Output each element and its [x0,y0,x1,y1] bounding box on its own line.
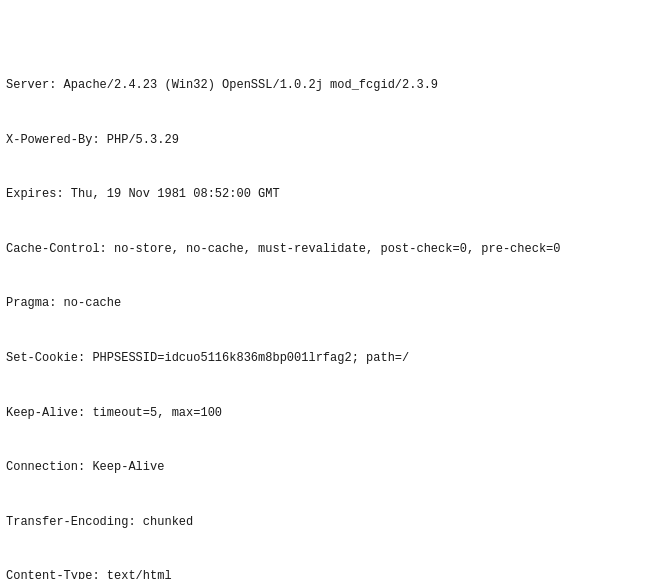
log-line: Set-Cookie: PHPSESSID=idcuo5116k836m8bp0… [6,349,658,368]
log-container: Server: Apache/2.4.23 (Win32) OpenSSL/1.… [0,0,664,579]
log-line: Cache-Control: no-store, no-cache, must-… [6,240,658,259]
log-line: Keep-Alive: timeout=5, max=100 [6,404,658,423]
log-line: Expires: Thu, 19 Nov 1981 08:52:00 GMT [6,185,658,204]
log-line: Connection: Keep-Alive [6,458,658,477]
log-line: Server: Apache/2.4.23 (Win32) OpenSSL/1.… [6,76,658,95]
log-line: Pragma: no-cache [6,294,658,313]
log-line: X-Powered-By: PHP/5.3.29 [6,131,658,150]
log-line: Content-Type: text/html [6,567,658,579]
log-line: Transfer-Encoding: chunked [6,513,658,532]
